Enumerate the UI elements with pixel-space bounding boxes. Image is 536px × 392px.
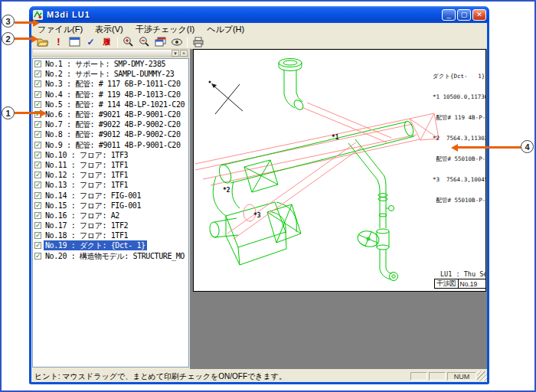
title-bar[interactable]: M3di LU1 _ ▢ ✕: [29, 6, 489, 23]
minimize-button[interactable]: _: [442, 9, 456, 21]
list-item-selected[interactable]: ✓No.19 : ダクト: {Dct- 1}: [33, 240, 188, 250]
list-item[interactable]: ✓No.20 : 構造物モデル: STRUCTURE_MO: [33, 251, 188, 261]
list-item[interactable]: ✓No.2 : サポート: SAMPL-DUMMY-23: [33, 69, 188, 79]
callout-1-arrowhead-icon: [40, 109, 47, 117]
toolbar: ! ✓ 履: [31, 35, 487, 49]
interference-markers: *1 *2 *3: [223, 134, 339, 219]
cascade-windows-icon: [155, 37, 166, 47]
callout-2-arrow: [15, 38, 31, 40]
list-item[interactable]: ✓No.5 : 配管: # 114 4B-LP-1021-C20: [33, 100, 188, 109]
checkbox-checked-icon[interactable]: ✓: [34, 212, 41, 219]
list-item[interactable]: ✓No.3 : 配管: # 117 6B-P-1011-C20: [33, 79, 188, 89]
list-item[interactable]: ✓No.7 : 配管: #9022 4B-P-9002-C20: [33, 119, 188, 129]
checkbox-checked-icon[interactable]: ✓: [34, 101, 41, 108]
callout-1-arrow: [15, 112, 40, 114]
menu-file[interactable]: ファイル(F): [31, 23, 89, 35]
red-duct-wireframe: [195, 119, 420, 185]
check-icon: ✓: [87, 38, 94, 47]
list-item[interactable]: ✓No.12 : フロア: 1TF1: [33, 170, 188, 180]
zoom-in-button[interactable]: [120, 35, 136, 48]
checkbox-checked-icon[interactable]: ✓: [34, 242, 41, 249]
resize-grip[interactable]: [477, 371, 487, 381]
menu-help[interactable]: ヘルプ(H): [201, 23, 250, 35]
toolbar-separator: [187, 37, 188, 47]
status-pane: [429, 372, 446, 381]
checkbox-checked-icon[interactable]: ✓: [34, 91, 41, 98]
checkbox-checked-icon[interactable]: ✓: [34, 142, 41, 149]
checkbox-checked-icon[interactable]: ✓: [34, 232, 41, 239]
panel-close-button[interactable]: ×: [180, 50, 188, 57]
print-button[interactable]: [190, 35, 206, 48]
marker-3: *3: [253, 212, 261, 219]
checkbox-checked-icon[interactable]: ✓: [34, 172, 41, 178]
list-item[interactable]: ✓No.14 : フロア: FIG-001: [33, 190, 188, 200]
toolbar-separator: [117, 37, 118, 47]
checkbox-checked-icon[interactable]: ✓: [34, 222, 41, 229]
checkbox-checked-icon[interactable]: ✓: [34, 162, 41, 168]
list-item[interactable]: ✓No.4 : 配管: # 119 4B-P-1013-C20: [33, 90, 188, 100]
list-item[interactable]: ✓No.16 : フロア: A2: [33, 211, 188, 220]
checkbox-checked-icon[interactable]: ✓: [34, 70, 41, 77]
checkbox-checked-icon[interactable]: ✓: [34, 202, 41, 209]
menu-view[interactable]: 表示(V): [89, 23, 129, 35]
list-item[interactable]: ✓No.1 : サポート: SMP-DMY-2385: [33, 59, 188, 69]
run-check-button[interactable]: !: [51, 35, 67, 48]
menu-interference-check[interactable]: 干渉チェック(I): [129, 23, 201, 35]
callout-4-arrowhead-icon: [451, 144, 458, 152]
magnifier-minus-icon: [139, 36, 150, 47]
green-piping-wireframe: [209, 59, 415, 281]
result-window-button[interactable]: [67, 35, 83, 48]
list-item[interactable]: ✓No.13 : フロア: 1TF1: [33, 180, 188, 190]
interference-figure-stamp: 干渉図 No.19: [434, 279, 486, 289]
status-bar: ヒント: マウスドラッグで、まとめて印刷チェックをON/OFFできます。 NUM: [31, 371, 487, 382]
checkbox-checked-icon[interactable]: ✓: [34, 181, 41, 188]
marker-1: *1: [332, 134, 339, 141]
callout-2: 2: [2, 32, 15, 45]
app-window: M3di LU1 _ ▢ ✕ ファイル(F) 表示(V) 干渉チェック(I) ヘ…: [29, 6, 489, 384]
list-item[interactable]: ✓No.9 : 配管: #9011 4B-P-9001-C20: [33, 140, 188, 150]
checkbox-checked-icon[interactable]: ✓: [34, 121, 41, 128]
checkbox-checked-icon[interactable]: ✓: [34, 80, 41, 87]
axis-cross-icon: [209, 81, 243, 115]
figure-stage: M3di LU1 _ ▢ ✕ ファイル(F) 表示(V) 干渉チェック(I) ヘ…: [0, 0, 536, 392]
list-item[interactable]: ✓No.6 : 配管: #9021 4B-P-9001-C20: [33, 109, 188, 119]
history-kanji-icon: 履: [103, 38, 111, 46]
redraw-button[interactable]: [152, 35, 168, 48]
maximize-button[interactable]: ▢: [457, 9, 471, 21]
callout-1: 1: [2, 106, 15, 119]
checkbox-checked-icon[interactable]: ✓: [34, 131, 41, 138]
client-area: ▾ × ✓No.1 : サポート: SMP-DMY-2385 ✓No.2 : サ…: [31, 49, 487, 369]
checkbox-checked-icon[interactable]: ✓: [34, 60, 41, 67]
list-item[interactable]: ✓No.18 : フロア: 1TF1: [33, 230, 188, 240]
exclamation-icon: !: [57, 37, 60, 47]
panel-header[interactable]: ▾ ×: [32, 49, 189, 57]
list-item[interactable]: ✓No.10 : フロア: 1TF3: [33, 150, 188, 160]
close-button[interactable]: ✕: [472, 9, 486, 21]
menu-bar: ファイル(F) 表示(V) 干渉チェック(I) ヘルプ(H): [31, 23, 487, 35]
checkbox-checked-icon[interactable]: ✓: [34, 152, 41, 158]
callout-2-arrowhead-icon: [31, 35, 38, 43]
checkbox-checked-icon[interactable]: ✓: [34, 192, 41, 199]
confirm-check-button[interactable]: ✓: [83, 35, 99, 48]
visibility-button[interactable]: [168, 35, 185, 48]
plot-timestamp: LU1 : Thu Sep 24 10:39:3: [440, 270, 486, 278]
eye-icon: [171, 38, 183, 47]
list-item[interactable]: ✓No.8 : 配管: #9012 4B-P-9002-C20: [33, 129, 188, 139]
magnifier-plus-icon: [123, 36, 134, 47]
interference-list[interactable]: ✓No.1 : サポート: SMP-DMY-2385 ✓No.2 : サポート:…: [32, 58, 189, 368]
status-pane: [410, 372, 427, 381]
printer-icon: [192, 37, 204, 47]
interference-info-text: ダクト{Dct- 1} *1 10500.0,11730.0, 2550.0 配…: [433, 59, 486, 217]
stamp-number: No.19: [459, 280, 479, 288]
history-button[interactable]: 履: [99, 35, 115, 48]
window-icon: [69, 37, 80, 47]
viewer-3d-canvas[interactable]: *1 *2 *3 ダクト{Dct- 1} *1 10500.0,11730.0,…: [193, 49, 486, 292]
list-item[interactable]: ✓No.17 : フロア: 1TF2: [33, 220, 188, 230]
panel-menu-button[interactable]: ▾: [172, 50, 179, 57]
checkbox-checked-icon[interactable]: ✓: [34, 253, 41, 260]
list-item[interactable]: ✓No.15 : フロア: FIG-001: [33, 201, 188, 211]
list-item[interactable]: ✓No.11 : フロア: 1TF1: [33, 160, 188, 170]
callout-3-arrowhead-icon: [33, 19, 40, 27]
check-list-panel: ▾ × ✓No.1 : サポート: SMP-DMY-2385 ✓No.2 : サ…: [31, 49, 190, 369]
zoom-out-button[interactable]: [136, 35, 152, 48]
